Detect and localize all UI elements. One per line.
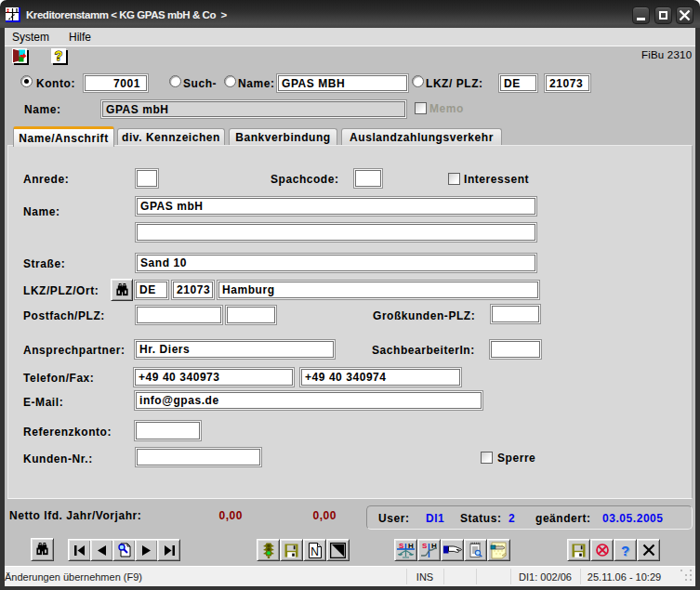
svg-text:?: ? — [55, 48, 63, 63]
svg-text:S: S — [422, 542, 428, 550]
svg-text:N: N — [310, 545, 319, 558]
